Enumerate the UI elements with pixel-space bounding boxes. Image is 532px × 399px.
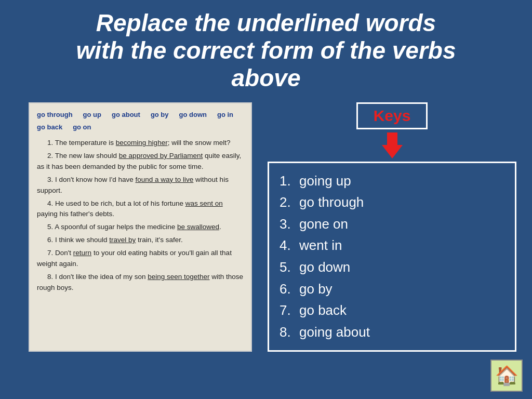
underlined-6: travel by (109, 236, 136, 244)
underlined-7: return (73, 249, 91, 257)
keys-label: Keys (374, 107, 411, 124)
verb-list: go through go up go about go by go down … (37, 110, 244, 132)
keys-title-box: Keys (356, 102, 428, 129)
underlined-2: be approved by Parliament (119, 152, 203, 159)
sentence-2: 2. The new law should be approved by Par… (37, 151, 244, 172)
underlined-8: being seen together (148, 273, 209, 281)
arrow-head (382, 145, 403, 158)
title-line1: Replace the underlined words (96, 9, 436, 36)
answer-2: 2.go through (280, 192, 499, 214)
verb-item: go back (37, 122, 62, 132)
answer-1: 1.going up (280, 170, 499, 192)
answer-8: 8.going about (280, 322, 499, 343)
sentence-3: 3. I don't know how I'd have found a way… (37, 175, 244, 196)
textbook-body: 1. The temperature is becoming higher; w… (37, 138, 244, 294)
sentence-8: 8. I don't like the idea of my son being… (37, 272, 244, 294)
sentence-6: 6. I think we should travel by train, it… (37, 235, 244, 246)
textbook-panel: go through go up go about go by go down … (29, 102, 252, 352)
house-icon: 🏠 (490, 360, 523, 392)
sentence-5: 5. A spoonful of sugar helps the medicin… (37, 222, 244, 233)
down-arrow (382, 132, 403, 158)
arrow-shaft (387, 132, 397, 145)
underlined-5: be swallowed (177, 223, 219, 231)
answer-4: 4.went in (280, 235, 499, 257)
verb-item: go down (179, 110, 207, 120)
title-area: Replace the underlined words with the co… (0, 0, 532, 97)
title-line3: above (232, 64, 301, 91)
verb-item: go up (83, 110, 101, 120)
answers-box: 1.going up 2.go through 3.gone on 4.went… (268, 162, 516, 352)
answers-list: 1.going up 2.go through 3.gone on 4.went… (280, 170, 499, 343)
keys-panel: Keys 1.going up 2.go through 3.gone on 4… (268, 102, 516, 352)
sentence-7: 7. Don't return to your old eating habit… (37, 248, 244, 270)
house-emoji: 🏠 (495, 365, 518, 387)
underlined-3: found a way to live (136, 176, 194, 183)
answer-3: 3.gone on (280, 214, 499, 235)
answer-6: 6.go by (280, 278, 499, 300)
sentence-4: 4. He used to be rich, but a lot of his … (37, 198, 244, 220)
verb-item: go in (217, 110, 233, 120)
title-line2: with the correct form of the verbs (76, 37, 456, 64)
sentence-1: 1. The temperature is becoming higher; w… (37, 138, 244, 149)
underlined-1: becoming higher (116, 139, 168, 147)
verb-item: go about (112, 110, 140, 120)
slide-title: Replace the underlined words with the co… (21, 9, 511, 92)
verb-item: go through (37, 110, 73, 120)
verb-item: go on (73, 122, 91, 132)
verb-item: go by (151, 110, 169, 120)
answer-5: 5.go down (280, 257, 499, 278)
answer-7: 7.go back (280, 300, 499, 322)
content-area: go through go up go about go by go down … (0, 97, 532, 357)
underlined-4: was sent on (185, 200, 223, 207)
